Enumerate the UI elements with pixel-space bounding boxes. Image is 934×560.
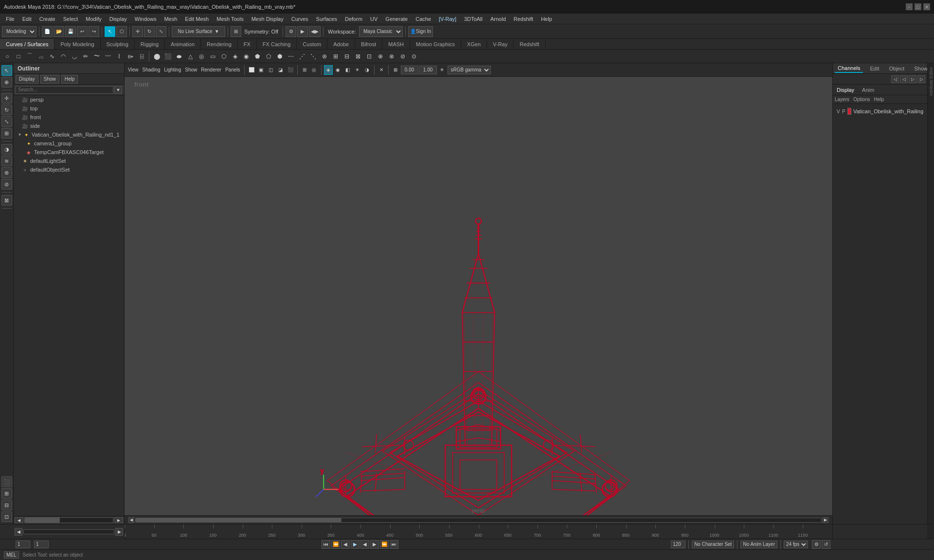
outliner-show-btn[interactable]: Show [40,75,59,84]
bc-play-reverse-btn[interactable]: ◀ [360,540,369,549]
curve-cv-tool[interactable]: ⌒ [24,51,35,62]
curve-ep-tool[interactable]: ⌓ [36,51,46,62]
vp-shading-menu[interactable]: Shading [141,65,162,75]
tab-fx[interactable]: FX [238,39,257,49]
vp-scroll-left[interactable]: ◀ [128,517,134,523]
bc-go-start-btn[interactable]: ⏮ [322,540,330,549]
menu-display[interactable]: Display [106,15,131,23]
rp-icon-3[interactable]: ▷ [909,75,916,83]
bc-prev-key-btn[interactable]: ⏪ [331,540,340,549]
menu-redshift[interactable]: Redshift [510,15,537,23]
vp-snap-toggle[interactable]: ⊞ [300,65,309,75]
timeline-scrollbar[interactable] [23,529,114,534]
move-tool[interactable]: ✛ [1,93,12,104]
tab-bifrost[interactable]: Bifrost [355,39,382,49]
save-button[interactable]: 💾 [65,26,76,37]
tab-motion-graphics[interactable]: Motion Graphics [410,39,461,49]
nurbs-prim-4[interactable]: ⬟ [252,51,263,62]
move-button[interactable]: ✛ [132,26,143,37]
cluster-tool[interactable]: ⊛ [1,167,12,178]
vp-color-space-select[interactable]: sRGB gamma [448,66,491,74]
vp-hdr-btn[interactable]: ☀ [438,65,447,75]
nurbs-prim-8[interactable]: ⋰ [297,51,307,62]
curve-tool-6[interactable]: ⌸ [136,51,147,62]
menu-file[interactable]: File [2,15,18,23]
menu-3dtoall[interactable]: 3DToAll [460,15,486,23]
minimize-button[interactable]: − [906,3,913,10]
tab-rendering[interactable]: Rendering [201,39,238,49]
search-input[interactable] [16,86,113,94]
arc-tool-2pt[interactable]: ◡ [69,51,80,62]
nurbs-prim-15[interactable]: ⊕ [375,51,386,62]
bc-no-character-set[interactable]: No Character Set [692,541,734,548]
outliner-item-temp-cam[interactable]: ◈ TempCamFBXASC046Target [14,148,124,157]
vp-camera-preset-5[interactable]: ⬛ [286,65,295,75]
cube-tool[interactable]: ⬛ [162,51,173,62]
nurbs-prim-9[interactable]: ⋱ [308,51,319,62]
bc-fps-select[interactable]: 24 fps [784,541,808,548]
outliner-item-side[interactable]: 🎥 side [14,122,124,130]
layer-color-swatch[interactable] [847,108,851,115]
select-tool[interactable]: ↖ [1,65,12,76]
menu-uv[interactable]: UV [366,15,381,23]
paint-select-tool[interactable]: ⊕ [1,77,12,88]
outliner-item-front[interactable]: 🎥 front [14,113,124,122]
vp-scroll-right[interactable]: ▶ [823,517,828,523]
tab-redshift[interactable]: Redshift [514,39,545,49]
layout-preset-1[interactable]: ⬛ [1,476,12,487]
nurbs-prim-18[interactable]: ⊙ [409,51,419,62]
vp-camera-preset-3[interactable]: ◫ [267,65,275,75]
vp-wireframe-btn[interactable]: ◈ [324,65,333,75]
menu-generate[interactable]: Generate [381,15,412,23]
no-live-surface-btn[interactable]: No Live Surface ▼ [172,26,225,37]
vp-solid-btn[interactable]: ◉ [334,65,342,75]
bc-start-frame-input[interactable] [16,541,30,548]
close-button[interactable]: ✕ [923,3,930,10]
nurbs-prim-16[interactable]: ⊗ [386,51,397,62]
viewport-canvas[interactable]: x y [125,77,832,519]
tab-vray[interactable]: V-Ray [487,39,514,49]
menu-windows[interactable]: Windows [131,15,161,23]
curve-bezier-tool[interactable]: ∿ [47,51,57,62]
menu-deform[interactable]: Deform [341,15,366,23]
new-scene-button[interactable]: 📄 [42,26,53,37]
nurbs-prim-1[interactable]: ⬡ [218,51,229,62]
layer-playback-toggle[interactable]: P [842,109,845,114]
curve-tool-3[interactable]: 〰 [103,51,113,62]
rp-help-btn[interactable]: Help [874,97,884,102]
plane-tool[interactable]: ▭ [207,51,218,62]
redo-button[interactable]: ↪ [89,26,99,37]
undo-button[interactable]: ↩ [77,26,88,37]
vp-camera-preset-1[interactable]: ⬜ [247,65,256,75]
vp-color-toggle[interactable]: ⊠ [391,65,400,75]
vp-texture-btn[interactable]: ◧ [343,65,352,75]
sphere-tool[interactable]: ⬤ [151,51,162,62]
layout-preset-2[interactable]: ⊞ [1,488,12,499]
tab-poly-modeling[interactable]: Poly Modeling [54,39,100,49]
tab-adobe[interactable]: Adobe [327,39,355,49]
vp-scrollbar-track[interactable] [135,518,822,523]
open-button[interactable]: 📂 [54,26,64,37]
vp-camera-preset-4[interactable]: ◪ [276,65,285,75]
lasso-button[interactable]: ⬡ [116,26,127,37]
bc-next-key-btn[interactable]: ⏩ [380,540,389,549]
bc-play-btn[interactable]: ▶ [351,540,359,549]
outliner-item-persp[interactable]: 🎥 persp [14,95,124,104]
vp-renderer-menu[interactable]: Renderer [199,65,223,75]
menu-edit-mesh[interactable]: Edit Mesh [181,15,213,23]
outliner-item-vatican[interactable]: ▼ ✦ Vatican_Obelisk_with_Railing_nd1_1 [14,130,124,139]
workspace-dropdown[interactable]: Maya Classic [359,26,403,37]
outliner-item-camera-group[interactable]: ✦ camera1_group [14,139,124,148]
mel-tag[interactable]: MEL [4,551,19,559]
rp-tab-edit[interactable]: Edit [867,65,882,72]
curve-tool-5[interactable]: ⌲ [125,51,136,62]
vp-lighting-menu[interactable]: Lighting [162,65,182,75]
rp-sub-anim[interactable]: Anim [860,86,876,94]
nurbs-prim-13[interactable]: ⊠ [353,51,363,62]
tab-curves-surfaces[interactable]: Curves / Surfaces [0,39,54,49]
timeline-scroll-left[interactable]: ◀ [15,528,22,536]
menu-vray[interactable]: [V-Ray] [435,15,460,23]
rotate-button[interactable]: ↻ [144,26,155,37]
menu-help[interactable]: Help [537,15,556,23]
nurbs-prim-14[interactable]: ⊡ [364,51,375,62]
